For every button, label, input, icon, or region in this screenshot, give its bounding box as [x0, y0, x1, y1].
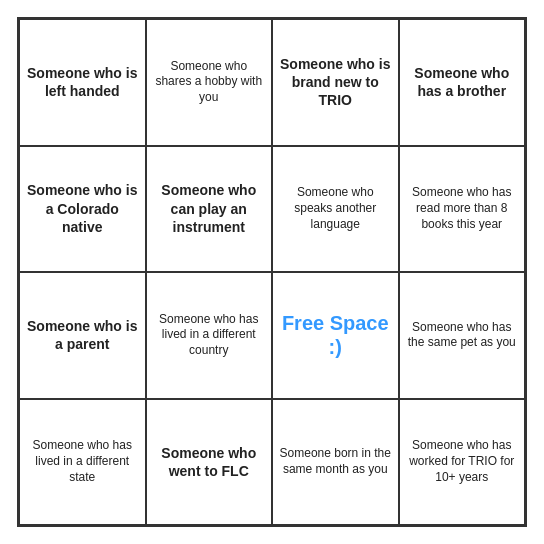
bingo-cell-r2c2[interactable]: Someone who can play an instrument — [146, 146, 273, 273]
bingo-cell-r1c2[interactable]: Someone who shares a hobby with you — [146, 19, 273, 146]
bingo-cell-r1c3[interactable]: Someone who is brand new to TRIO — [272, 19, 399, 146]
bingo-cell-r4c4[interactable]: Someone who has worked for TRIO for 10+ … — [399, 399, 526, 526]
bingo-cell-r2c1[interactable]: Someone who is a Colorado native — [19, 146, 146, 273]
bingo-cell-r2c3[interactable]: Someone who speaks another language — [272, 146, 399, 273]
bingo-cell-r1c4[interactable]: Someone who has a brother — [399, 19, 526, 146]
bingo-cell-r1c1[interactable]: Someone who is left handed — [19, 19, 146, 146]
bingo-cell-r3c1[interactable]: Someone who is a parent — [19, 272, 146, 399]
bingo-cell-r2c4[interactable]: Someone who has read more than 8 books t… — [399, 146, 526, 273]
bingo-cell-r4c1[interactable]: Someone who has lived in a different sta… — [19, 399, 146, 526]
bingo-cell-r4c2[interactable]: Someone who went to FLC — [146, 399, 273, 526]
bingo-grid: Someone who is left handedSomeone who sh… — [19, 19, 525, 525]
bingo-cell-r3c3[interactable]: Free Space :) — [272, 272, 399, 399]
bingo-cell-r4c3[interactable]: Someone born in the same month as you — [272, 399, 399, 526]
bingo-card: Someone who is left handedSomeone who sh… — [17, 17, 527, 527]
bingo-cell-r3c4[interactable]: Someone who has the same pet as you — [399, 272, 526, 399]
bingo-cell-r3c2[interactable]: Someone who has lived in a different cou… — [146, 272, 273, 399]
